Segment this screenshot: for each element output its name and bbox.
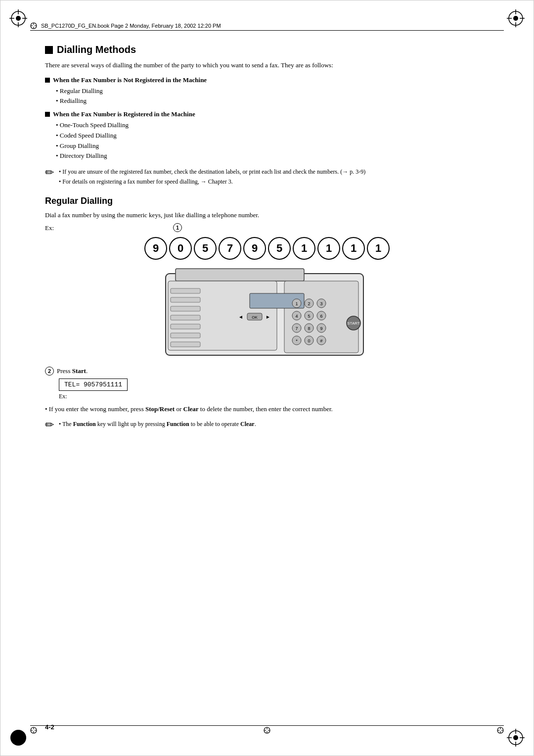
svg-text:3: 3 bbox=[320, 301, 322, 306]
subsection-not-registered: When the Fax Number is Not Registered in… bbox=[45, 76, 489, 107]
ex-label-1: Ex: bbox=[45, 224, 489, 232]
step2-row: 2 Press Start. bbox=[45, 367, 489, 376]
digit-1c: 1 bbox=[342, 237, 365, 260]
svg-text:8: 8 bbox=[308, 326, 310, 331]
subsection-title-2: When the Fax Number is Registered in the… bbox=[45, 110, 489, 118]
section-title: Dialling Methods bbox=[45, 44, 489, 55]
function-bold-1: Function bbox=[73, 421, 96, 427]
fax-machine-svg: 1 2 3 4 5 6 7 8 9 * 0 # bbox=[161, 264, 373, 363]
footer-bar bbox=[30, 725, 504, 734]
note-item-1: If you are unsure of the registered fax … bbox=[59, 167, 365, 176]
svg-rect-60 bbox=[171, 333, 200, 338]
footer-cross-center bbox=[264, 727, 270, 734]
svg-text:5: 5 bbox=[308, 314, 310, 319]
svg-rect-56 bbox=[171, 297, 200, 302]
note-content-2: The Function key will light up by pressi… bbox=[59, 420, 256, 429]
footer-cross-left bbox=[30, 727, 37, 734]
corner-mark-bl bbox=[9, 729, 27, 747]
svg-point-12 bbox=[10, 730, 26, 746]
svg-text:7: 7 bbox=[295, 326, 298, 331]
intro-text: There are several ways of dialling the n… bbox=[45, 60, 489, 70]
corner-mark-br bbox=[507, 729, 525, 747]
header-filename: SB_PC1270D_FG_EN.book Page 2 Monday, Feb… bbox=[41, 23, 221, 29]
subsection-registered: When the Fax Number is Registered in the… bbox=[45, 110, 489, 161]
page: SB_PC1270D_FG_EN.book Page 2 Monday, Feb… bbox=[0, 0, 534, 756]
tel-ex: Ex: bbox=[59, 393, 489, 400]
svg-rect-61 bbox=[171, 342, 200, 347]
note-bottom: • If you enter the wrong number, press S… bbox=[45, 404, 489, 414]
svg-text:►: ► bbox=[266, 314, 270, 320]
clear-bold-2: Clear bbox=[240, 421, 255, 427]
digit-5b: 5 bbox=[268, 237, 291, 260]
svg-text:0: 0 bbox=[308, 338, 310, 343]
digit-1d: 1 bbox=[367, 237, 390, 260]
svg-text:1: 1 bbox=[295, 301, 298, 306]
list-item: Coded Speed Dialling bbox=[56, 131, 489, 141]
svg-text:4: 4 bbox=[295, 314, 298, 319]
svg-rect-25 bbox=[176, 269, 304, 281]
header-cross-icon bbox=[30, 22, 37, 29]
svg-text:START: START bbox=[347, 321, 360, 326]
list-item: Directory Dialling bbox=[56, 151, 489, 161]
note-content-1: If you are unsure of the registered fax … bbox=[59, 167, 365, 187]
note-list-2: The Function key will light up by pressi… bbox=[59, 420, 256, 428]
section-title-icon bbox=[45, 46, 53, 54]
digit-9a: 9 bbox=[144, 237, 167, 260]
content-area: Dialling Methods There are several ways … bbox=[45, 40, 489, 716]
subsection-label-2: When the Fax Number is Registered in the… bbox=[53, 110, 195, 118]
header-bar: SB_PC1270D_FG_EN.book Page 2 Monday, Feb… bbox=[30, 22, 504, 31]
svg-text:6: 6 bbox=[320, 314, 322, 319]
pencil-icon-2: ✏ bbox=[45, 419, 54, 431]
note-box-2: ✏ The Function key will light up by pres… bbox=[45, 420, 489, 431]
subsection-label-1: When the Fax Number is Not Registered in… bbox=[53, 76, 207, 84]
step2-circle: 2 bbox=[45, 367, 54, 376]
section-title-text: Dialling Methods bbox=[57, 44, 136, 55]
step1-annotation: 1 bbox=[173, 223, 182, 232]
digit-row: 9 0 5 7 9 5 1 1 1 1 bbox=[143, 237, 391, 260]
note-item-3: The Function key will light up by pressi… bbox=[59, 420, 256, 428]
svg-rect-58 bbox=[171, 315, 200, 320]
list-item: Redialling bbox=[56, 96, 489, 106]
digit-9b: 9 bbox=[243, 237, 266, 260]
svg-text:2: 2 bbox=[308, 301, 310, 306]
footer-cross-right bbox=[497, 727, 504, 734]
note-list-1: If you are unsure of the registered fax … bbox=[59, 167, 365, 186]
digit-1b: 1 bbox=[317, 237, 340, 260]
svg-point-1 bbox=[16, 16, 21, 21]
svg-point-14 bbox=[513, 735, 518, 740]
note-item-2: For details on registering a fax number … bbox=[59, 177, 365, 186]
footer-left bbox=[30, 727, 186, 734]
svg-rect-59 bbox=[171, 324, 200, 329]
subsection-title-1: When the Fax Number is Not Registered in… bbox=[45, 76, 489, 84]
digit-7: 7 bbox=[219, 237, 241, 260]
machine-diagram: 1 2 3 4 5 6 7 8 9 * 0 # bbox=[143, 264, 391, 363]
digit-1a: 1 bbox=[293, 237, 315, 260]
corner-mark-tr bbox=[507, 9, 525, 27]
svg-text:#: # bbox=[320, 338, 322, 343]
subsection-list-2: One-Touch Speed Dialling Coded Speed Dia… bbox=[56, 120, 489, 161]
subsection-icon-2 bbox=[45, 112, 50, 117]
clear-bold: Clear bbox=[183, 405, 199, 413]
regular-dialling-heading: Regular Dialling bbox=[45, 196, 489, 206]
svg-rect-57 bbox=[171, 306, 200, 311]
subsection-icon-1 bbox=[45, 78, 50, 83]
step2-bold: Start bbox=[72, 367, 86, 375]
tel-display: TEL= 9057951111 bbox=[59, 378, 128, 391]
step1-circle: 1 bbox=[173, 223, 182, 232]
step2-text: Press Start. bbox=[57, 367, 88, 375]
list-item: One-Touch Speed Dialling bbox=[56, 120, 489, 131]
svg-rect-55 bbox=[171, 288, 200, 293]
svg-text:*: * bbox=[296, 338, 298, 343]
svg-text:◄: ◄ bbox=[238, 314, 243, 320]
note-box-1: ✏ If you are unsure of the registered fa… bbox=[45, 167, 489, 187]
digit-5a: 5 bbox=[194, 237, 217, 260]
svg-text:OK: OK bbox=[252, 315, 258, 320]
svg-point-7 bbox=[513, 16, 518, 21]
digit-0: 0 bbox=[169, 237, 192, 260]
svg-text:9: 9 bbox=[320, 326, 322, 331]
list-item: Regular Dialling bbox=[56, 86, 489, 96]
stop-reset-bold: Stop/Reset bbox=[145, 405, 175, 413]
dial-intro: Dial a fax number by using the numeric k… bbox=[45, 210, 489, 220]
corner-mark-tl bbox=[9, 9, 27, 27]
footer-right bbox=[348, 727, 504, 734]
